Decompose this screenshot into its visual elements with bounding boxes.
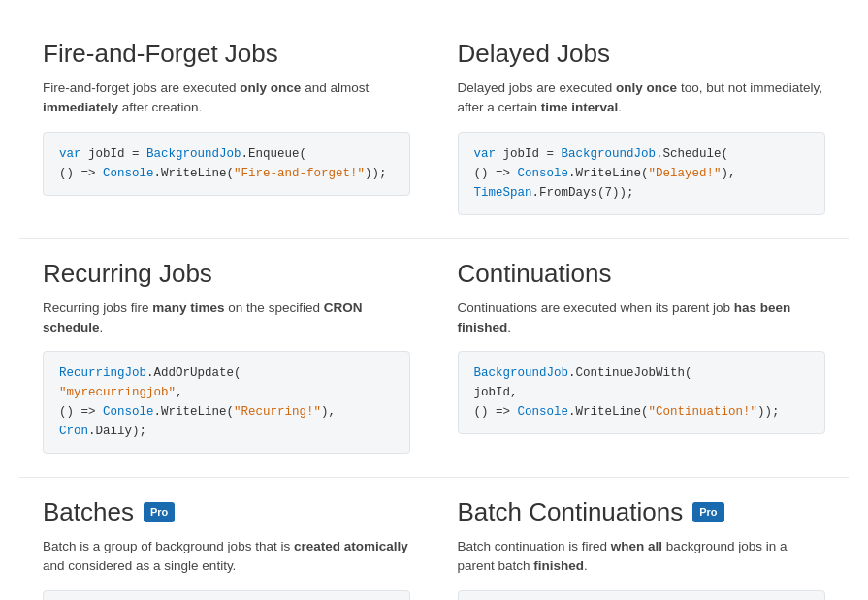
desc-recurring: Recurring jobs fire many times on the sp… — [43, 299, 410, 338]
desc-continuations: Continuations are executed when its pare… — [458, 299, 826, 338]
title-delayed: Delayed Jobs — [458, 39, 826, 69]
code-line: TimeSpan.FromDays(7)); — [474, 183, 810, 203]
desc-fire-and-forget: Fire-and-forget jobs are executed only o… — [43, 79, 410, 118]
code-line: () => Console.WriteLine("Recurring!"), — [59, 402, 394, 422]
code-line: jobId, — [474, 383, 810, 402]
title-fire-and-forget: Fire-and-Forget Jobs — [43, 39, 410, 69]
main-grid: Fire-and-Forget JobsFire-and-forget jobs… — [19, 19, 849, 600]
section-batches: BatchesProBatch is a group of background… — [19, 478, 434, 600]
section-continuations: ContinuationsContinuations are executed … — [434, 239, 850, 479]
title-continuations: Continuations — [458, 259, 826, 289]
section-batch-continuations: Batch ContinuationsProBatch continuation… — [434, 478, 850, 600]
code-continuations: BackgroundJob.ContinueJobWith( jobId, ()… — [458, 351, 826, 434]
code-delayed: var jobId = BackgroundJob.Schedule( () =… — [458, 132, 826, 215]
title-batch-continuations: Batch ContinuationsPro — [458, 497, 826, 527]
title-batches: BatchesPro — [43, 497, 410, 527]
code-batch-continuations: BatchJob.ContinueBatchWith(batchId, x =>… — [458, 590, 826, 601]
section-fire-and-forget: Fire-and-Forget JobsFire-and-forget jobs… — [19, 19, 434, 239]
code-batches: var batchId = BatchJob.StartNew(x =>{ x.… — [43, 590, 410, 601]
title-recurring: Recurring Jobs — [43, 259, 410, 289]
code-line: () => Console.WriteLine("Delayed!"), — [474, 164, 810, 183]
code-line: var jobId = BackgroundJob.Enqueue( — [59, 144, 394, 164]
code-line: () => Console.WriteLine("Fire-and-forget… — [59, 164, 394, 183]
code-line: () => Console.WriteLine("Continuation!")… — [474, 402, 810, 422]
code-line: RecurringJob.AddOrUpdate( — [59, 363, 394, 383]
desc-batch-continuations: Batch continuation is fired when all bac… — [458, 537, 826, 577]
section-recurring: Recurring JobsRecurring jobs fire many t… — [19, 239, 434, 479]
code-recurring: RecurringJob.AddOrUpdate( "myrecurringjo… — [43, 351, 410, 454]
section-delayed: Delayed JobsDelayed jobs are executed on… — [434, 19, 850, 239]
desc-batches: Batch is a group of background jobs that… — [43, 537, 410, 577]
desc-delayed: Delayed jobs are executed only once too,… — [458, 79, 826, 118]
code-line: Cron.Daily); — [59, 422, 394, 441]
pro-badge-batch-continuations: Pro — [692, 502, 723, 523]
code-line: "myrecurringjob", — [59, 383, 394, 402]
pro-badge-batches: Pro — [144, 502, 175, 523]
code-line: var jobId = BackgroundJob.Schedule( — [474, 144, 810, 164]
code-line: BackgroundJob.ContinueJobWith( — [474, 363, 810, 383]
code-fire-and-forget: var jobId = BackgroundJob.Enqueue( () =>… — [43, 132, 410, 196]
